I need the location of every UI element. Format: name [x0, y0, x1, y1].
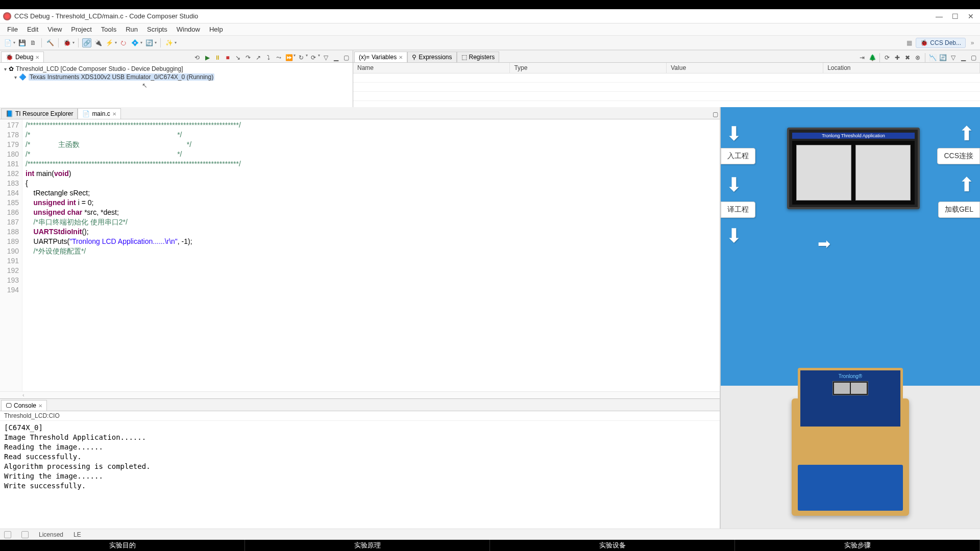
- save-all-icon[interactable]: 🗎: [29, 38, 38, 47]
- tab-registers[interactable]: ⬚ Registers: [457, 52, 500, 62]
- remove-icon[interactable]: ✖: [903, 53, 912, 62]
- link-icon[interactable]: 🔌: [93, 38, 103, 47]
- minimize-button[interactable]: —: [936, 12, 943, 20]
- tab-debug[interactable]: 🐞 Debug ✕: [1, 52, 44, 62]
- close-icon[interactable]: ✕: [35, 55, 39, 60]
- tree-row-root[interactable]: ▾ ✿ Threshold_LCD [Code Composer Studio …: [4, 65, 349, 73]
- menu-run[interactable]: Run: [121, 24, 142, 34]
- build-icon[interactable]: 🔨: [45, 38, 55, 47]
- step-over-icon[interactable]: ↷: [243, 53, 253, 62]
- restart-icon[interactable]: ⟲: [192, 53, 202, 62]
- dropdown-icon[interactable]: ▾: [72, 40, 75, 45]
- dropdown-icon[interactable]: ▾: [293, 53, 296, 62]
- remove-all-icon[interactable]: ⊗: [913, 53, 922, 62]
- step-return-icon[interactable]: ↗: [254, 53, 263, 62]
- continuous-refresh-icon[interactable]: 🔄: [938, 53, 947, 62]
- minimize-pane-icon[interactable]: ▁: [331, 53, 340, 62]
- editor-body[interactable]: 1771781791801811821831841851861871881891…: [0, 119, 720, 391]
- code-area[interactable]: /***************************************…: [22, 119, 720, 391]
- menu-edit[interactable]: Edit: [23, 24, 42, 34]
- dropdown-icon[interactable]: ▾: [115, 40, 117, 45]
- tab-expressions[interactable]: ⚲ Expressions: [407, 52, 456, 62]
- lesson-tab-steps[interactable]: 实验步骤: [735, 540, 980, 551]
- lesson-tab-purpose[interactable]: 实验目的: [0, 540, 245, 551]
- sb-icon[interactable]: [21, 531, 29, 538]
- tab-ti-resource-explorer[interactable]: 📘 TI Resource Explorer: [1, 108, 78, 119]
- dropdown-icon[interactable]: ▾: [13, 40, 15, 45]
- graph-icon[interactable]: 📉: [928, 53, 937, 62]
- reset-icon[interactable]: ↻: [297, 53, 306, 62]
- dropdown-icon[interactable]: ▾: [155, 40, 157, 45]
- connect-target-icon[interactable]: 🔗: [82, 38, 91, 47]
- table-row[interactable]: [353, 73, 980, 83]
- col-value[interactable]: Value: [667, 63, 823, 73]
- asm-step-over-icon[interactable]: ⤳: [274, 53, 283, 62]
- step-into-icon[interactable]: ↘: [233, 53, 242, 62]
- view-menu-icon[interactable]: ▽: [948, 53, 958, 62]
- col-type[interactable]: Type: [510, 63, 667, 73]
- tab-main-c[interactable]: 📄 main.c ✕: [78, 108, 120, 119]
- refresh-icon[interactable]: 🔄: [144, 38, 154, 47]
- terminate-icon[interactable]: ■: [223, 53, 232, 62]
- expander-icon[interactable]: ▾: [4, 66, 7, 72]
- table-row[interactable]: [353, 101, 980, 108]
- table-row[interactable]: [353, 83, 980, 92]
- lesson-tab-equipment[interactable]: 实验设备: [490, 540, 735, 551]
- pause-icon[interactable]: ⏸: [213, 53, 222, 62]
- console-output[interactable]: [C674X_0] Image Threshold Application...…: [0, 421, 720, 529]
- terminate-relaunch-icon[interactable]: ⭮: [119, 38, 128, 47]
- minimize-pane-icon[interactable]: ▁: [959, 53, 968, 62]
- menu-bar: File Edit View Project Tools Run Scripts…: [0, 23, 980, 36]
- add-global-icon[interactable]: ✚: [893, 53, 902, 62]
- lesson-tab-principle[interactable]: 实验原理: [245, 540, 490, 551]
- tab-console[interactable]: 🖵 Console ✕: [1, 400, 47, 411]
- asm-step-into-icon[interactable]: ⤵: [264, 53, 273, 62]
- perspective-ccs-debug[interactable]: 🐞 CCS Deb...: [916, 38, 966, 48]
- col-location[interactable]: Location: [823, 63, 980, 73]
- dropdown-icon[interactable]: ▾: [175, 40, 177, 45]
- menu-project[interactable]: Project: [67, 24, 95, 34]
- close-icon[interactable]: ✕: [112, 111, 116, 117]
- close-button[interactable]: ✕: [968, 12, 974, 20]
- sb-icon[interactable]: [4, 531, 11, 538]
- view-menu-icon[interactable]: ▽: [321, 53, 330, 62]
- col-name[interactable]: Name: [353, 63, 510, 73]
- expander-icon[interactable]: ▾: [14, 74, 17, 80]
- debug-icon[interactable]: 🐞: [62, 38, 71, 47]
- menu-file[interactable]: File: [3, 24, 22, 34]
- maximize-pane-icon[interactable]: ▢: [969, 53, 978, 62]
- close-icon[interactable]: ✕: [38, 403, 42, 409]
- maximize-button[interactable]: ☐: [952, 12, 959, 20]
- run-to-line-icon[interactable]: ⏩: [284, 53, 293, 62]
- dropdown-icon[interactable]: ▾: [140, 40, 142, 45]
- new-icon[interactable]: 📄: [3, 38, 12, 47]
- lcd-threshold-image: [855, 145, 911, 201]
- open-perspective-icon[interactable]: ▦: [904, 38, 914, 47]
- save-icon[interactable]: 💾: [17, 38, 27, 47]
- refresh-icon[interactable]: ⟳: [883, 53, 892, 62]
- hscroll-bar[interactable]: ‹: [0, 391, 720, 398]
- more-icon[interactable]: »: [968, 38, 977, 47]
- maximize-editor-icon[interactable]: ▢: [710, 110, 720, 119]
- dropdown-icon[interactable]: ▾: [318, 53, 320, 62]
- lesson-tab-bar: 实验目的 实验原理 实验设备 实验步骤: [0, 540, 980, 551]
- menu-view[interactable]: View: [43, 24, 66, 34]
- resume-icon[interactable]: ▶: [203, 53, 212, 62]
- close-icon[interactable]: ✕: [399, 55, 403, 60]
- tree-row-target[interactable]: ▾ 🔷 Texas Instruments XDS100v2 USB Emula…: [4, 73, 349, 81]
- flow-diagram-strip: ⬇ ⬆ 入工程 CCS连接 ⬇ ⬆ 译工程 加载GEL ⬇ ➡ Tronlong…: [721, 107, 980, 386]
- flash-icon[interactable]: ⚡: [105, 38, 114, 47]
- newchip-icon[interactable]: 💠: [130, 38, 139, 47]
- refresh-icon[interactable]: ⟳: [309, 53, 318, 62]
- tree-icon[interactable]: 🌲: [868, 53, 877, 62]
- menu-scripts[interactable]: Scripts: [143, 24, 172, 34]
- menu-tools[interactable]: Tools: [97, 24, 120, 34]
- dropdown-icon[interactable]: ▾: [306, 53, 308, 62]
- collapse-icon[interactable]: ⇥: [857, 53, 867, 62]
- tab-variables[interactable]: (x)= Variables ✕: [354, 52, 407, 62]
- maximize-pane-icon[interactable]: ▢: [341, 53, 351, 62]
- wand-icon[interactable]: ✨: [164, 38, 174, 47]
- table-row[interactable]: [353, 92, 980, 101]
- menu-window[interactable]: Window: [173, 24, 204, 34]
- menu-help[interactable]: Help: [205, 24, 227, 34]
